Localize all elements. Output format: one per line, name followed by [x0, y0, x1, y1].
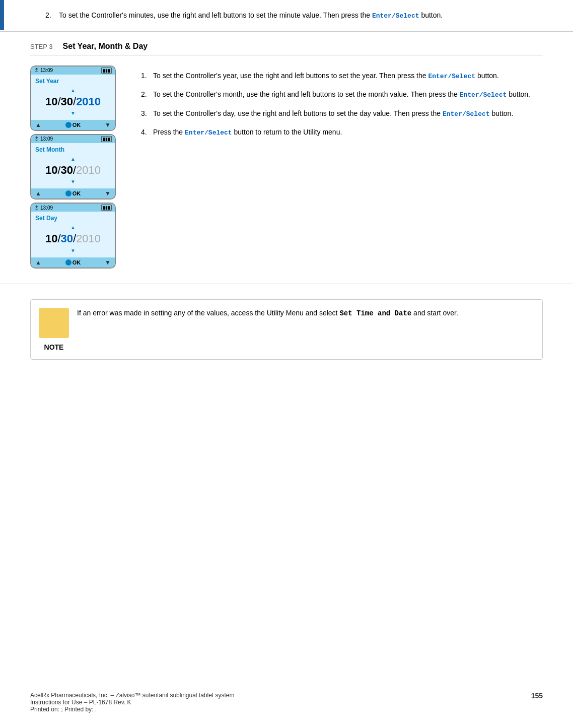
month-ok-btn[interactable]: OK: [65, 190, 81, 196]
day-up-arrow: ▲: [70, 225, 76, 230]
device-day-footer: ▲ OK ▼: [31, 257, 115, 268]
month-ok-label: OK: [73, 190, 81, 196]
month-ok-circle: [65, 190, 71, 196]
day-year-val: 2010: [76, 232, 101, 245]
instr3-highlight: Enter/Select: [443, 110, 490, 118]
footer-main: AcelRx Pharmaceuticals, Inc. – Zalviso™ …: [0, 692, 573, 713]
day-nav-left[interactable]: ▲: [35, 259, 41, 266]
instr3-after: button.: [490, 109, 514, 117]
top-text-before: To set the Controller's minutes, use the…: [59, 11, 372, 19]
device-year-time-val: 13:09: [40, 68, 53, 73]
top-highlight: Enter/Select: [372, 12, 419, 20]
note-text-before: If an error was made in setting any of t…: [77, 309, 339, 317]
instruction-4: 4. Press the Enter/Select button to retu…: [141, 127, 543, 138]
instr4-after: button to return to the Utility menu.: [232, 128, 342, 136]
device-month-title: Set Month: [35, 146, 111, 153]
day-day-val: 10: [45, 232, 57, 245]
year-month-val: 30: [61, 95, 73, 108]
device-set-month: ⏱ 13:09 ▮▮▮ Set Month ▲ 10/30/2010 ▼: [30, 134, 116, 200]
day-down-arrow: ▼: [70, 248, 76, 253]
year-day-val: 10: [45, 95, 57, 108]
device-year-title: Set Year: [35, 78, 111, 85]
left-bar: [0, 0, 4, 30]
day-nav-right[interactable]: ▼: [105, 259, 111, 266]
note-yellow-icon: [39, 308, 69, 338]
month-up-arrow: ▲: [70, 156, 76, 162]
top-text-end: button.: [419, 11, 443, 19]
month-down-arrow: ▼: [70, 179, 76, 184]
battery-icon: ▮▮▮: [101, 68, 112, 74]
clock-icon-3: ⏱: [34, 205, 39, 211]
device-month-footer: ▲ OK ▼: [31, 188, 115, 198]
day-month-val: 30: [61, 232, 73, 245]
page-container: 2. To set the Controller's minutes, use …: [0, 0, 573, 728]
top-instruction-text: 2. To set the Controller's minutes, use …: [45, 10, 543, 21]
top-instruction: 2. To set the Controller's minutes, use …: [0, 0, 573, 32]
instr1-after: button.: [475, 72, 499, 80]
note-label: NOTE: [44, 343, 64, 351]
device-year-body: Set Year ▲ 10/30/2010 ▼: [31, 75, 115, 120]
device-month-time-val: 13:09: [40, 136, 53, 142]
day-ok-btn[interactable]: OK: [65, 259, 81, 266]
instr4-highlight: Enter/Select: [185, 129, 232, 137]
year-ok-btn[interactable]: OK: [65, 122, 81, 128]
year-nav-right[interactable]: ▼: [105, 121, 111, 128]
instruction-3: 3. To set the Controller's day, use the …: [141, 108, 543, 119]
footer-company-line1: AcelRx Pharmaceuticals, Inc. – Zalviso™ …: [30, 692, 235, 699]
year-up-arrow: ▲: [70, 88, 76, 93]
note-section: NOTE If an error was made in setting any…: [30, 299, 543, 360]
date-day-display: 10/30/2010: [45, 232, 101, 245]
day-ok-label: OK: [73, 259, 81, 266]
device-day-time-val: 13:09: [40, 205, 53, 211]
device-year-time: ⏱ 13:09: [34, 68, 53, 73]
instruction-1: 1. To set the Controller's year, use the…: [141, 71, 543, 82]
device-day-time: ⏱ 13:09: [34, 205, 53, 211]
device-day-title: Set Day: [35, 215, 111, 222]
year-nav-left[interactable]: ▲: [35, 121, 41, 128]
step3-label: STEP 3: [30, 43, 53, 50]
step3-title: Set Year, Month & Day: [63, 42, 148, 51]
device-set-day: ⏱ 13:09 ▮▮▮ Set Day ▲ 10/30/2010 ▼: [30, 203, 116, 268]
device-month-header: ⏱ 13:09 ▮▮▮: [31, 135, 115, 143]
note-icon-col: NOTE: [39, 308, 69, 351]
battery-icon-3: ▮▮▮: [101, 205, 112, 211]
footer-company-line2: Instructions for Use – PL-1678 Rev. K: [30, 699, 235, 706]
footer-printed: Printed on: ; Printed by: .: [30, 706, 235, 713]
instruction-2: 2. To set the Controller's month, use th…: [141, 89, 543, 100]
note-text: If an error was made in setting any of t…: [77, 308, 534, 319]
step3-header: STEP 3 Set Year, Month & Day: [30, 42, 543, 55]
device-day-header: ⏱ 13:09 ▮▮▮: [31, 204, 115, 212]
footer-page-number: 155: [531, 692, 543, 713]
note-text-after: and start over.: [411, 309, 458, 317]
device-month-body: Set Month ▲ 10/30/2010 ▼: [31, 143, 115, 188]
month-year-val: 2010: [76, 164, 101, 177]
footer-left: AcelRx Pharmaceuticals, Inc. – Zalviso™ …: [30, 692, 235, 713]
devices-column: ⏱ 13:09 ▮▮▮ Set Year ▲ 10/30/2010 ▼: [30, 65, 121, 269]
battery-icon-2: ▮▮▮: [101, 136, 112, 142]
instruction-3-num: 3.: [141, 108, 153, 119]
instruction-1-num: 1.: [141, 71, 153, 82]
instructions-list: 1. To set the Controller's year, use the…: [141, 71, 543, 138]
instruction-3-text: To set the Controller's day, use the rig…: [153, 108, 543, 119]
clock-icon-2: ⏱: [34, 136, 39, 142]
page-footer: AcelRx Pharmaceuticals, Inc. – Zalviso™ …: [0, 692, 573, 713]
year-down-arrow: ▼: [70, 110, 76, 116]
year-ok-circle: [65, 122, 71, 128]
year-year-val: 2010: [76, 95, 101, 108]
instr2-before: To set the Controller's month, use the r…: [153, 90, 460, 98]
month-day-val: 10: [45, 164, 57, 177]
step-number: 2.: [45, 11, 51, 19]
instr1-highlight: Enter/Select: [428, 73, 475, 80]
instr1-before: To set the Controller's year, use the ri…: [153, 72, 428, 80]
note-highlight: Set Time and Date: [339, 309, 411, 317]
month-nav-right[interactable]: ▼: [105, 190, 111, 197]
instr2-after: button.: [507, 90, 530, 98]
instruction-2-text: To set the Controller's month, use the r…: [153, 89, 543, 100]
day-ok-circle: [65, 259, 71, 266]
instructions-column: 1. To set the Controller's year, use the…: [141, 65, 543, 269]
instr3-before: To set the Controller's day, use the rig…: [153, 109, 443, 117]
date-year-row: ▲ 10/30/2010 ▼: [35, 88, 111, 116]
step3-content: ⏱ 13:09 ▮▮▮ Set Year ▲ 10/30/2010 ▼: [30, 65, 543, 269]
month-nav-left[interactable]: ▲: [35, 190, 41, 197]
instruction-2-num: 2.: [141, 89, 153, 100]
